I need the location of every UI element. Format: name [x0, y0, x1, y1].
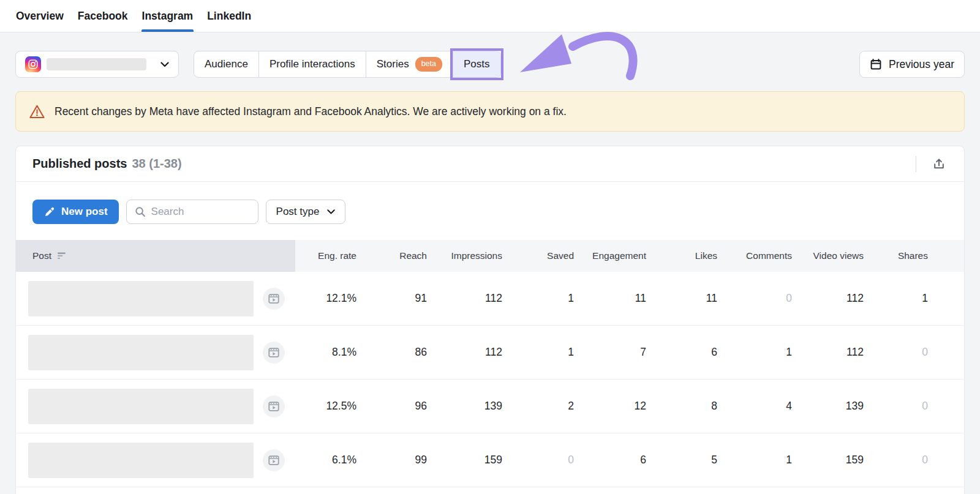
cell-saved: 0: [502, 454, 574, 466]
header-divider: [916, 156, 916, 172]
subtab-posts[interactable]: Posts: [453, 51, 500, 77]
export-icon: [932, 157, 946, 171]
column-header-shares[interactable]: Shares: [864, 250, 964, 261]
subtab-profile-interactions-label: Profile interactions: [270, 58, 355, 70]
page: Overview Facebook Instagram LinkedIn: [0, 0, 980, 494]
cell-saved: 1: [502, 292, 574, 305]
date-range-button[interactable]: Previous year: [859, 51, 965, 78]
cell-impressions: 112: [427, 292, 502, 305]
beta-badge: beta: [415, 57, 442, 72]
posts-count: 38 (1-38): [132, 157, 181, 171]
table-row: 6.1% 99 159 0 6 5 1 159 0: [16, 433, 964, 487]
cell-impressions: 112: [427, 346, 502, 359]
tab-linkedin[interactable]: LinkedIn: [206, 0, 252, 32]
export-button[interactable]: [930, 155, 948, 173]
cell-eng-rate: 12.1%: [295, 292, 356, 305]
post-cell: [16, 380, 295, 433]
tab-overview[interactable]: Overview: [15, 0, 64, 32]
table-row: 12.1% 91 112 1 11 11 0 112 1: [16, 272, 964, 326]
cell-comments: 1: [717, 454, 792, 466]
cell-saved: 1: [502, 346, 574, 359]
subtab-audience-label: Audience: [205, 58, 248, 70]
cell-engagement: 11: [574, 292, 646, 305]
tab-instagram[interactable]: Instagram: [141, 0, 194, 32]
subtab-profile-interactions[interactable]: Profile interactions: [259, 51, 366, 77]
column-header-saved[interactable]: Saved: [502, 250, 574, 261]
account-name-redacted: [47, 58, 146, 70]
card-header: Published posts 38 (1-38): [16, 146, 964, 182]
table-row: 8.1% 86 112 1 7 6 1 112 0: [16, 326, 964, 380]
cell-shares: 0: [864, 454, 964, 466]
cell-impressions: 139: [427, 400, 502, 413]
post-cell: [16, 326, 295, 379]
column-header-eng-rate[interactable]: Eng. rate: [295, 250, 356, 261]
search-input[interactable]: [151, 206, 250, 218]
date-range-label: Previous year: [889, 58, 954, 71]
subtab-posts-label: Posts: [464, 58, 490, 70]
cell-video-views: 139: [792, 400, 864, 413]
cell-engagement: 6: [574, 454, 646, 466]
chevron-down-icon: [327, 209, 335, 214]
table-body: 12.1% 91 112 1 11 11 0 112 1: [16, 272, 964, 487]
calendar-icon: [870, 58, 882, 70]
cell-reach: 99: [356, 454, 427, 466]
cell-likes: 8: [646, 400, 717, 413]
post-type-label: Post type: [276, 206, 320, 218]
column-header-post-label: Post: [32, 250, 51, 261]
subtab-stories-label: Stories: [377, 58, 409, 70]
column-header-impressions[interactable]: Impressions: [427, 250, 502, 261]
report-subtabs: Audience Profile interactions Stories be…: [194, 51, 501, 78]
cell-shares: 1: [864, 292, 964, 305]
table-controls: New post Post type: [16, 182, 964, 240]
account-selector[interactable]: [15, 51, 179, 78]
toolbar: Audience Profile interactions Stories be…: [0, 32, 980, 78]
post-thumbnail[interactable]: [28, 281, 254, 316]
post-thumbnail[interactable]: [28, 443, 254, 478]
column-header-video-views[interactable]: Video views: [792, 250, 864, 261]
cell-comments: 0: [717, 292, 792, 305]
panel-title: Published posts: [32, 157, 127, 171]
top-nav: Overview Facebook Instagram LinkedIn: [0, 0, 980, 32]
post-thumbnail[interactable]: [28, 389, 254, 424]
sort-descending-icon: [58, 252, 67, 260]
cell-engagement: 12: [574, 400, 646, 413]
subtab-audience[interactable]: Audience: [194, 51, 259, 77]
warning-banner: Recent changes by Meta have affected Ins…: [15, 91, 965, 132]
new-post-label: New post: [61, 206, 108, 218]
cell-shares: 0: [864, 400, 964, 413]
column-header-likes[interactable]: Likes: [646, 250, 717, 261]
post-type-dropdown[interactable]: Post type: [266, 200, 346, 224]
post-cell: [16, 433, 295, 487]
column-header-engagement[interactable]: Engagement: [574, 250, 646, 261]
tab-facebook[interactable]: Facebook: [77, 0, 129, 32]
table-row: 12.5% 96 139 2 12 8 4 139 0: [16, 380, 964, 433]
post-thumbnail[interactable]: [28, 335, 254, 370]
cell-engagement: 7: [574, 346, 646, 359]
search-box: [126, 200, 258, 224]
search-icon: [135, 206, 146, 217]
cell-comments: 4: [717, 400, 792, 413]
subtab-stories[interactable]: Stories beta: [366, 51, 453, 77]
cell-eng-rate: 8.1%: [295, 346, 356, 359]
annotation-arrow: [510, 31, 640, 89]
cell-likes: 11: [646, 292, 717, 305]
chevron-down-icon: [160, 62, 169, 67]
cell-reach: 96: [356, 400, 427, 413]
cell-eng-rate: 12.5%: [295, 400, 356, 413]
cell-likes: 5: [646, 454, 717, 466]
column-header-reach[interactable]: Reach: [356, 250, 427, 261]
published-posts-card: Published posts 38 (1-38): [15, 146, 965, 494]
cell-comments: 1: [717, 346, 792, 359]
cell-impressions: 159: [427, 454, 502, 466]
cell-eng-rate: 6.1%: [295, 454, 356, 466]
column-header-comments[interactable]: Comments: [717, 250, 792, 261]
cell-video-views: 112: [792, 346, 864, 359]
cell-reach: 91: [356, 292, 427, 305]
column-header-post[interactable]: Post: [16, 240, 295, 272]
new-post-button[interactable]: New post: [32, 200, 119, 224]
cell-video-views: 112: [792, 292, 864, 305]
cell-video-views: 159: [792, 454, 864, 466]
video-post-icon: [263, 342, 285, 364]
cell-likes: 6: [646, 346, 717, 359]
table-header: Post Eng. rate Reach Impressions Saved E…: [16, 240, 964, 272]
